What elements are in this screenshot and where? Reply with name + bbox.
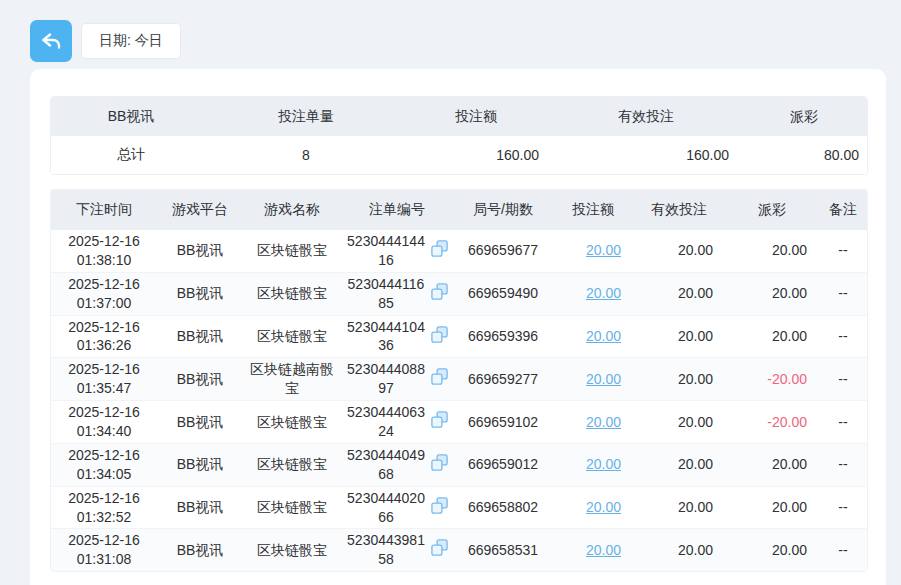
summary-header-bet-amount: 投注额 xyxy=(401,97,551,136)
cell-bet-amount: 20.00 xyxy=(553,273,633,316)
cell-bet-amount: 20.00 xyxy=(553,401,633,444)
bet-amount-link[interactable]: 20.00 xyxy=(586,499,621,515)
cell-payout: 20.00 xyxy=(725,529,819,571)
cell-round-no: 669659490 xyxy=(453,273,553,316)
cell-round-no: 669658531 xyxy=(453,529,553,571)
copy-icon[interactable] xyxy=(430,325,449,349)
bet-amount-link[interactable]: 20.00 xyxy=(586,328,621,344)
cell-remark: -- xyxy=(819,401,867,444)
cell-round-no: 669659677 xyxy=(453,230,553,273)
cell-platform: BB视讯 xyxy=(157,444,243,487)
cell-platform: BB视讯 xyxy=(157,273,243,316)
bet-no-value: 523044402066 xyxy=(345,489,427,527)
cell-bet-no: 523044402066 xyxy=(341,487,453,530)
table-row: 2025-12-16 01:36:26 BB视讯 区块链骰宝 523044410… xyxy=(51,316,867,359)
payout-value: -20.00 xyxy=(767,414,807,430)
cell-round-no: 669659012 xyxy=(453,444,553,487)
bet-no-value: 523044406324 xyxy=(345,403,427,441)
table-row: 2025-12-16 01:35:47 BB视讯 区块链越南骰宝 5230444… xyxy=(51,358,867,401)
cell-game-name: 区块链骰宝 xyxy=(243,401,341,444)
summary-total-valid-bet: 160.00 xyxy=(551,136,741,174)
table-row: 2025-12-16 01:38:10 BB视讯 区块链骰宝 523044414… xyxy=(51,230,867,273)
cell-bet-no: 523044404968 xyxy=(341,444,453,487)
col-header-valid-bet: 有效投注 xyxy=(633,190,725,230)
cell-bet-amount: 20.00 xyxy=(553,487,633,530)
cell-round-no: 669659277 xyxy=(453,358,553,401)
date-filter-chip[interactable]: 日期: 今日 xyxy=(81,23,181,59)
bet-records-table: 下注时间 游戏平台 游戏名称 注单编号 局号/期数 投注额 有效投注 派彩 备注… xyxy=(50,189,868,572)
cell-valid-bet: 20.00 xyxy=(633,529,725,571)
table-row: 2025-12-16 01:34:40 BB视讯 区块链骰宝 523044406… xyxy=(51,401,867,444)
summary-total-row: 总计 8 160.00 160.00 80.00 xyxy=(51,136,867,174)
bet-amount-link[interactable]: 20.00 xyxy=(586,285,621,301)
cell-game-name: 区块链越南骰宝 xyxy=(243,358,341,401)
table-row: 2025-12-16 01:31:08 BB视讯 区块链骰宝 523044398… xyxy=(51,529,867,571)
bet-no-value: 523044408897 xyxy=(345,360,427,398)
copy-icon[interactable] xyxy=(430,453,449,477)
table-row: 2025-12-16 01:37:00 BB视讯 区块链骰宝 523044411… xyxy=(51,273,867,316)
cell-round-no: 669658802 xyxy=(453,487,553,530)
content-card: BB视讯 投注单量 投注额 有效投注 派彩 总计 8 160.00 160.00… xyxy=(30,69,886,585)
cell-valid-bet: 20.00 xyxy=(633,401,725,444)
bet-amount-link[interactable]: 20.00 xyxy=(586,371,621,387)
summary-header-valid-bet: 有效投注 xyxy=(551,97,741,136)
bet-amount-link[interactable]: 20.00 xyxy=(586,456,621,472)
cell-round-no: 669659102 xyxy=(453,401,553,444)
col-header-payout: 派彩 xyxy=(725,190,819,230)
cell-valid-bet: 20.00 xyxy=(633,358,725,401)
bet-table-header-row: 下注时间 游戏平台 游戏名称 注单编号 局号/期数 投注额 有效投注 派彩 备注 xyxy=(51,190,867,230)
table-row: 2025-12-16 01:32:52 BB视讯 区块链骰宝 523044402… xyxy=(51,487,867,530)
cell-platform: BB视讯 xyxy=(157,230,243,273)
cell-bet-no: 523044411685 xyxy=(341,273,453,316)
payout-value: 20.00 xyxy=(772,285,807,301)
payout-value: 20.00 xyxy=(772,328,807,344)
copy-icon[interactable] xyxy=(430,538,449,562)
cell-bet-amount: 20.00 xyxy=(553,358,633,401)
payout-value: 20.00 xyxy=(772,542,807,558)
cell-bet-time: 2025-12-16 01:34:40 xyxy=(51,401,157,444)
copy-icon[interactable] xyxy=(430,410,449,434)
date-filter-label: 日期: 今日 xyxy=(99,32,163,50)
cell-platform: BB视讯 xyxy=(157,529,243,571)
cell-bet-amount: 20.00 xyxy=(553,444,633,487)
cell-remark: -- xyxy=(819,316,867,359)
cell-bet-time: 2025-12-16 01:36:26 xyxy=(51,316,157,359)
summary-total-bet-amount: 160.00 xyxy=(401,136,551,174)
cell-payout: 20.00 xyxy=(725,230,819,273)
cell-bet-no: 523044414416 xyxy=(341,230,453,273)
back-button[interactable] xyxy=(30,20,72,62)
bet-no-value: 523044410436 xyxy=(345,318,427,356)
copy-icon[interactable] xyxy=(430,282,449,306)
cell-game-name: 区块链骰宝 xyxy=(243,273,341,316)
summary-total-payout: 80.00 xyxy=(741,136,867,174)
col-header-bet-amount: 投注额 xyxy=(553,190,633,230)
cell-payout: 20.00 xyxy=(725,316,819,359)
cell-game-name: 区块链骰宝 xyxy=(243,444,341,487)
cell-remark: -- xyxy=(819,273,867,316)
copy-icon[interactable] xyxy=(430,239,449,263)
copy-icon[interactable] xyxy=(430,367,449,391)
bet-amount-link[interactable]: 20.00 xyxy=(586,242,621,258)
cell-platform: BB视讯 xyxy=(157,487,243,530)
cell-valid-bet: 20.00 xyxy=(633,273,725,316)
cell-round-no: 669659396 xyxy=(453,316,553,359)
bet-no-value: 523044404968 xyxy=(345,446,427,484)
bet-no-value: 523044411685 xyxy=(345,275,427,313)
cell-valid-bet: 20.00 xyxy=(633,316,725,359)
col-header-platform: 游戏平台 xyxy=(157,190,243,230)
cell-bet-amount: 20.00 xyxy=(553,529,633,571)
cell-payout: 20.00 xyxy=(725,487,819,530)
cell-remark: -- xyxy=(819,230,867,273)
cell-valid-bet: 20.00 xyxy=(633,230,725,273)
cell-game-name: 区块链骰宝 xyxy=(243,487,341,530)
cell-bet-time: 2025-12-16 01:37:00 xyxy=(51,273,157,316)
cell-bet-no: 523044398158 xyxy=(341,529,453,571)
bet-amount-link[interactable]: 20.00 xyxy=(586,542,621,558)
toolbar: 日期: 今日 xyxy=(0,0,901,62)
copy-icon[interactable] xyxy=(430,496,449,520)
col-header-bet-time: 下注时间 xyxy=(51,190,157,230)
cell-bet-time: 2025-12-16 01:35:47 xyxy=(51,358,157,401)
bet-amount-link[interactable]: 20.00 xyxy=(586,414,621,430)
payout-value: 20.00 xyxy=(772,456,807,472)
summary-table: BB视讯 投注单量 投注额 有效投注 派彩 总计 8 160.00 160.00… xyxy=(50,96,868,175)
